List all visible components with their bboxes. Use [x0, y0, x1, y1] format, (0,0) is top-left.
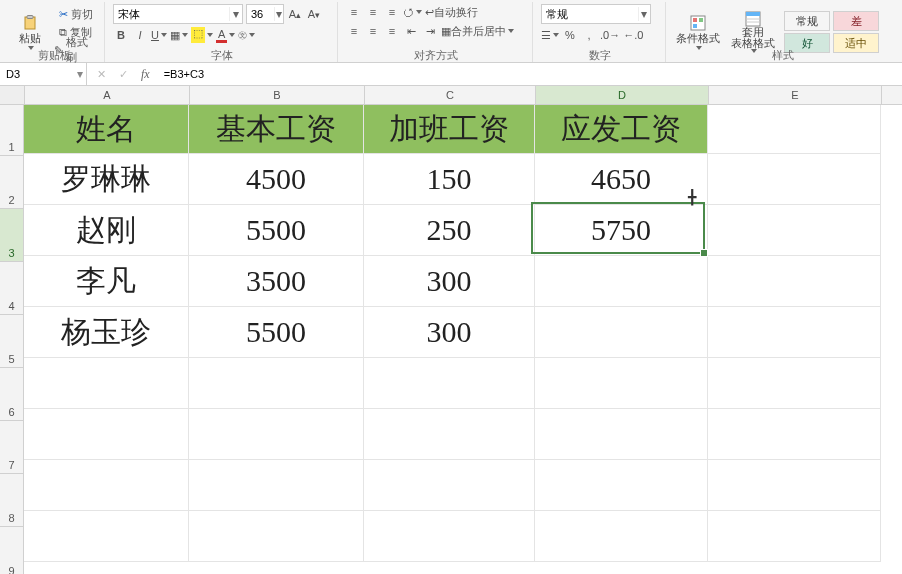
column-header-C[interactable]: C [365, 86, 536, 104]
cell-A6[interactable] [24, 358, 189, 409]
cell-style-bad[interactable]: 差 [833, 11, 879, 31]
chevron-down-icon[interactable]: ▾ [229, 7, 242, 21]
cell-style-normal[interactable]: 常规 [784, 11, 830, 31]
decrease-font-button[interactable]: A▾ [306, 6, 322, 22]
cell-B7[interactable] [189, 409, 364, 460]
merge-center-button[interactable]: ▦ 合并后居中 [441, 23, 514, 39]
cell-A8[interactable] [24, 460, 189, 511]
align-center-button[interactable]: ≡ [365, 23, 381, 39]
column-header-E[interactable]: E [709, 86, 882, 104]
font-size-combo[interactable]: ▾ [246, 4, 284, 24]
row-header-6[interactable]: 6 [0, 368, 24, 421]
formula-input[interactable] [160, 67, 902, 81]
row-header-1[interactable]: 1 [0, 105, 24, 156]
cell-E4[interactable] [708, 256, 881, 307]
number-format-input[interactable] [542, 8, 638, 20]
cell-E1[interactable] [708, 105, 881, 154]
accept-formula-button[interactable]: ✓ [115, 66, 131, 82]
cell-E6[interactable] [708, 358, 881, 409]
row-header-5[interactable]: 5 [0, 315, 24, 368]
row-header-9[interactable]: 9 [0, 527, 24, 574]
cell-A1[interactable]: 姓名 [24, 105, 189, 154]
column-header-A[interactable]: A [25, 86, 190, 104]
cell-A5[interactable]: 杨玉珍 [24, 307, 189, 358]
select-all-corner[interactable] [0, 86, 25, 104]
wrap-text-button[interactable]: ↩ 自动换行 [425, 4, 478, 20]
cell-C2[interactable]: 150 [364, 154, 535, 205]
cancel-formula-button[interactable]: ✕ [93, 66, 109, 82]
cell-A3[interactable]: 赵刚 [24, 205, 189, 256]
cell-D2[interactable]: 4650 [535, 154, 708, 205]
cell-C7[interactable] [364, 409, 535, 460]
chevron-down-icon[interactable]: ▾ [74, 67, 86, 81]
font-name-input[interactable] [114, 8, 229, 20]
cell-C6[interactable] [364, 358, 535, 409]
cell-C5[interactable]: 300 [364, 307, 535, 358]
cell-B5[interactable]: 5500 [189, 307, 364, 358]
align-bottom-button[interactable]: ≡ [384, 4, 400, 20]
italic-button[interactable]: I [132, 27, 148, 43]
decrease-indent-button[interactable]: ⇤ [403, 23, 419, 39]
cell-E3[interactable] [708, 205, 881, 256]
comma-format-button[interactable]: , [581, 27, 597, 43]
row-header-3[interactable]: 3 [0, 209, 24, 262]
align-top-button[interactable]: ≡ [346, 4, 362, 20]
row-header-8[interactable]: 8 [0, 474, 24, 527]
increase-decimal-button[interactable]: .0→ [600, 27, 620, 43]
cell-D5[interactable] [535, 307, 708, 358]
column-header-D[interactable]: D [536, 86, 709, 104]
cell-C1[interactable]: 加班工资 [364, 105, 535, 154]
cell-C4[interactable]: 300 [364, 256, 535, 307]
cell-E2[interactable] [708, 154, 881, 205]
phonetic-button[interactable]: ㉆ [238, 27, 255, 43]
cell-D4[interactable] [535, 256, 708, 307]
accounting-format-button[interactable]: ☰ [541, 27, 559, 43]
cell-B6[interactable] [189, 358, 364, 409]
cell-C9[interactable] [364, 511, 535, 562]
row-header-4[interactable]: 4 [0, 262, 24, 315]
cell-E5[interactable] [708, 307, 881, 358]
cell-D7[interactable] [535, 409, 708, 460]
cell-A9[interactable] [24, 511, 189, 562]
cell-A4[interactable]: 李凡 [24, 256, 189, 307]
cell-B2[interactable]: 4500 [189, 154, 364, 205]
font-size-input[interactable] [247, 8, 274, 20]
cell-B8[interactable] [189, 460, 364, 511]
cell-B9[interactable] [189, 511, 364, 562]
cell-A2[interactable]: 罗琳琳 [24, 154, 189, 205]
fill-color-button[interactable]: ⬚ [191, 27, 213, 43]
font-name-combo[interactable]: ▾ [113, 4, 243, 24]
underline-button[interactable]: U [151, 27, 167, 43]
cell-E8[interactable] [708, 460, 881, 511]
cut-button[interactable]: ✂ 剪切 [54, 6, 99, 22]
border-button[interactable]: ▦ [170, 27, 188, 43]
increase-font-button[interactable]: A▴ [287, 6, 303, 22]
increase-indent-button[interactable]: ⇥ [422, 23, 438, 39]
fx-icon[interactable]: fx [137, 67, 154, 82]
cell-A7[interactable] [24, 409, 189, 460]
cell-E9[interactable] [708, 511, 881, 562]
cell-D6[interactable] [535, 358, 708, 409]
orientation-button[interactable]: ⭯ [403, 4, 422, 20]
chevron-down-icon[interactable]: ▾ [274, 7, 283, 21]
row-header-7[interactable]: 7 [0, 421, 24, 474]
decrease-decimal-button[interactable]: ←.0 [623, 27, 643, 43]
row-header-2[interactable]: 2 [0, 156, 24, 209]
align-middle-button[interactable]: ≡ [365, 4, 381, 20]
cell-D1[interactable]: 应发工资 [535, 105, 708, 154]
cell-B1[interactable]: 基本工资 [189, 105, 364, 154]
chevron-down-icon[interactable]: ▾ [638, 7, 650, 21]
cell-E7[interactable] [708, 409, 881, 460]
align-right-button[interactable]: ≡ [384, 23, 400, 39]
percent-format-button[interactable]: % [562, 27, 578, 43]
bold-button[interactable]: B [113, 27, 129, 43]
name-box-input[interactable] [0, 67, 74, 81]
align-left-button[interactable]: ≡ [346, 23, 362, 39]
cell-C8[interactable] [364, 460, 535, 511]
name-box[interactable]: ▾ [0, 63, 87, 85]
cell-D8[interactable] [535, 460, 708, 511]
column-header-B[interactable]: B [190, 86, 365, 104]
cell-B4[interactable]: 3500 [189, 256, 364, 307]
cells-area[interactable]: ╋ 姓名基本工资加班工资应发工资罗琳琳45001504650赵刚55002505… [24, 105, 881, 574]
cell-B3[interactable]: 5500 [189, 205, 364, 256]
